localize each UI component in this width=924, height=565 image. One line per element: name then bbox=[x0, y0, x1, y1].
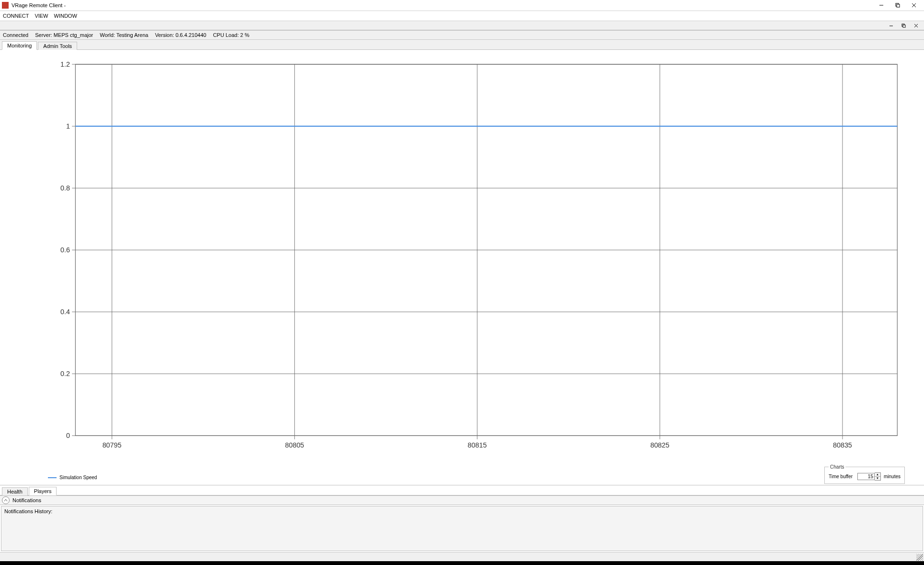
svg-text:0: 0 bbox=[66, 432, 70, 439]
svg-text:1: 1 bbox=[66, 122, 70, 129]
content-area: 00.20.40.60.811.280795808058081580825808… bbox=[0, 50, 924, 552]
close-icon bbox=[912, 3, 916, 8]
svg-text:80825: 80825 bbox=[650, 441, 670, 448]
bottom-tabstrip: Health Players bbox=[0, 485, 924, 495]
svg-text:1.2: 1.2 bbox=[60, 61, 70, 68]
restore-icon bbox=[901, 24, 906, 28]
svg-text:0.4: 0.4 bbox=[60, 307, 70, 315]
notifications-header: Notifications bbox=[0, 495, 924, 505]
legend-item-simulation-speed: Simulation Speed bbox=[48, 475, 97, 480]
status-cpu: CPU Load: 2 % bbox=[213, 32, 249, 38]
tab-admin-tools-label: Admin Tools bbox=[43, 43, 72, 49]
child-titlebar bbox=[0, 21, 924, 30]
child-close-button[interactable] bbox=[910, 22, 922, 29]
charts-group-title: Charts bbox=[829, 464, 845, 470]
minutes-label: minutes bbox=[884, 474, 901, 479]
chevron-up-icon bbox=[4, 498, 8, 502]
tab-players-label: Players bbox=[34, 488, 52, 494]
menu-window[interactable]: WINDOW bbox=[54, 13, 77, 19]
status-world: World: Testing Arena bbox=[100, 32, 148, 38]
tab-health-label: Health bbox=[7, 489, 23, 494]
minimize-button[interactable] bbox=[873, 0, 889, 10]
child-minimize-button[interactable] bbox=[885, 22, 897, 29]
status-connected: Connected bbox=[3, 32, 28, 38]
app-icon bbox=[2, 2, 9, 9]
tab-health[interactable]: Health bbox=[2, 487, 28, 495]
tab-monitoring-label: Monitoring bbox=[7, 43, 32, 48]
child-restore-button[interactable] bbox=[897, 22, 910, 29]
chart-area: 00.20.40.60.811.280795808058081580825808… bbox=[19, 57, 905, 485]
charts-settings-panel: Charts Time buffer ▲ ▼ minutes bbox=[824, 467, 905, 484]
minimize-icon bbox=[889, 24, 893, 28]
minimize-icon bbox=[879, 3, 884, 8]
chart-plot: 00.20.40.60.811.280795808058081580825808… bbox=[48, 61, 900, 456]
svg-text:80815: 80815 bbox=[468, 441, 487, 448]
legend-label: Simulation Speed bbox=[59, 475, 97, 480]
titlebar: VRage Remote Client - bbox=[0, 0, 924, 11]
svg-text:0.2: 0.2 bbox=[60, 369, 70, 377]
time-buffer-spinner: ▲ ▼ bbox=[875, 472, 881, 481]
resize-grip[interactable] bbox=[916, 554, 923, 561]
notifications-history-panel: Notifications History: bbox=[1, 506, 923, 551]
legend-line-icon bbox=[48, 477, 57, 478]
maximize-icon bbox=[895, 3, 900, 8]
notifications-history-label: Notifications History: bbox=[4, 508, 52, 514]
notifications-collapse-button[interactable] bbox=[2, 496, 10, 504]
svg-text:80835: 80835 bbox=[833, 441, 852, 448]
menu-view[interactable]: VIEW bbox=[35, 13, 48, 19]
window-title: VRage Remote Client - bbox=[12, 2, 873, 8]
tab-monitoring[interactable]: Monitoring bbox=[2, 41, 37, 50]
close-icon bbox=[914, 24, 918, 28]
legend: Simulation Speed bbox=[48, 475, 833, 480]
spinner-up-button[interactable]: ▲ bbox=[875, 473, 880, 477]
footer bbox=[0, 552, 924, 561]
svg-text:80795: 80795 bbox=[103, 441, 122, 448]
time-buffer-label: Time buffer bbox=[829, 474, 853, 479]
maximize-button[interactable] bbox=[889, 0, 906, 10]
spinner-down-button[interactable]: ▼ bbox=[875, 477, 880, 480]
mdi-area: Connected Server: MEPS ctg_major World: … bbox=[0, 21, 924, 561]
tab-players[interactable]: Players bbox=[29, 487, 57, 495]
tab-admin-tools[interactable]: Admin Tools bbox=[38, 42, 77, 50]
svg-text:0.6: 0.6 bbox=[60, 246, 70, 253]
top-tabstrip: Monitoring Admin Tools bbox=[0, 40, 924, 50]
svg-rect-2 bbox=[897, 4, 900, 7]
svg-text:0.8: 0.8 bbox=[60, 184, 70, 191]
close-button[interactable] bbox=[906, 0, 922, 10]
status-bar: Connected Server: MEPS ctg_major World: … bbox=[0, 30, 924, 40]
svg-rect-7 bbox=[903, 25, 905, 27]
status-version: Version: 0.6.4.210440 bbox=[155, 32, 206, 38]
os-taskbar[interactable] bbox=[0, 561, 924, 565]
time-buffer-input[interactable] bbox=[857, 473, 875, 480]
notifications-title: Notifications bbox=[12, 497, 41, 503]
menu-connect[interactable]: CONNECT bbox=[3, 13, 29, 19]
status-server: Server: MEPS ctg_major bbox=[35, 32, 93, 38]
menubar: CONNECT VIEW WINDOW bbox=[0, 11, 924, 21]
svg-text:80805: 80805 bbox=[285, 441, 304, 448]
